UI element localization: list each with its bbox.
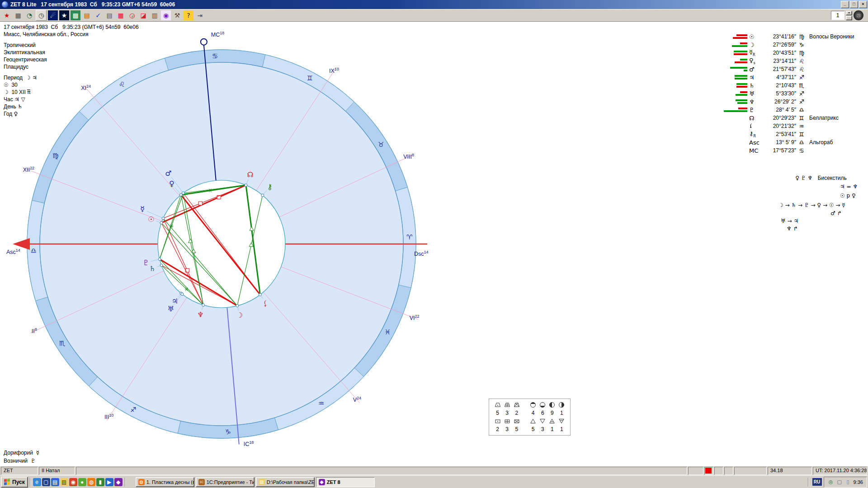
- tray-panel: ◎ ▢ ▯ 9:36: [824, 477, 867, 488]
- strength-bar: [735, 78, 747, 80]
- planet-glyph-node[interactable]: ☊: [247, 170, 253, 179]
- task-folder[interactable]: ▨D:\Рабочая папка\ZET 8: [256, 477, 315, 487]
- tray-monitor-icon[interactable]: ▢: [836, 479, 843, 485]
- planet-glyph-uranus[interactable]: ♅: [168, 305, 174, 313]
- period-glyphs: ☽ ♃: [26, 75, 37, 81]
- sky-view-icon[interactable]: ☄: [48, 10, 58, 20]
- planet-position: 26°29′ 2″: [762, 99, 796, 105]
- strength-bars: [721, 108, 747, 112]
- planet-row-node[interactable]: ☊20°29′23″♊Беллатрикс: [721, 114, 854, 122]
- zodiac-sign-glyph: ♍: [797, 33, 806, 40]
- zodiac-glyph-cancer: ♋: [212, 52, 218, 60]
- house-label-III: III10: [104, 413, 113, 420]
- planet-position: 13° 5′ 9″: [762, 139, 796, 145]
- notes-icon[interactable]: ▥: [150, 10, 160, 20]
- sphere-icon[interactable]: ◉: [161, 10, 171, 20]
- grid-count: 2: [496, 426, 499, 432]
- battery-icon[interactable]: ▮: [96, 478, 104, 486]
- hour-ruler-row: Час ♃ ▽: [4, 96, 139, 103]
- explorer-icon[interactable]: ▤: [51, 478, 59, 486]
- spin-down-button[interactable]: .: [846, 16, 852, 20]
- planet-glyph-saturn[interactable]: ♄: [149, 264, 156, 273]
- planet-row-chiron[interactable]: ⚷R 2°53′41″♊: [721, 130, 854, 138]
- planet-glyph-moon[interactable]: ☽: [236, 311, 243, 319]
- show-desktop-icon[interactable]: ▢: [42, 478, 50, 486]
- period-row: Период ☽ ♃: [4, 74, 139, 81]
- planet-row-neptune[interactable]: ♆26°29′ 2″♐: [721, 98, 854, 106]
- planet-row-mars[interactable]: ♂21°57′43″♌: [721, 65, 854, 73]
- start-button[interactable]: Пуск: [1, 477, 28, 488]
- folder-go-icon[interactable]: ▨: [60, 478, 68, 486]
- help-icon[interactable]: ?: [184, 10, 193, 20]
- wizard-icon[interactable]: ✓: [93, 10, 103, 20]
- task-firefox[interactable]: ◍1. Пластика десны (по...: [136, 477, 194, 487]
- strength-bar: [738, 108, 747, 109]
- edit-doc-icon[interactable]: ▤: [82, 10, 92, 20]
- trap-cross-icon: [504, 402, 510, 409]
- planet-glyph-sun[interactable]: ☉: [148, 215, 154, 224]
- database-icon[interactable]: ▦: [13, 10, 23, 20]
- planet-row-moon[interactable]: ☽27°26′59″♑: [721, 41, 854, 49]
- planet-glyph-neptune[interactable]: ♆: [197, 310, 203, 319]
- planet-row-pluto[interactable]: ♇28° 4′ 5″♎: [721, 106, 854, 114]
- planet-glyph-venus[interactable]: ♀: [169, 179, 175, 188]
- planet-glyph-mercury[interactable]: ☿: [140, 205, 145, 213]
- planet-row-saturn[interactable]: ♄ 2°10′43″♏: [721, 81, 854, 89]
- redraw-button[interactable]: ◳: [854, 10, 863, 20]
- document-icon[interactable]: ▤: [104, 10, 114, 20]
- planet-row-lilith[interactable]: 20°21′32″♒: [721, 122, 854, 130]
- star-map-icon[interactable]: ★: [59, 10, 69, 20]
- planet-row-mercury[interactable]: ☿R20°43′51″♍: [721, 49, 854, 57]
- planet-row-sun[interactable]: ☉23°41′16″♍Волосы Вероники: [721, 33, 854, 41]
- geo-map-icon[interactable]: ▩: [71, 10, 80, 20]
- stats-icon[interactable]: ◪: [138, 10, 148, 20]
- zodiac-sign-glyph: ♎: [797, 139, 806, 146]
- tools-icon[interactable]: ⚒: [172, 10, 182, 20]
- calendar-red-icon[interactable]: ▦: [116, 10, 126, 20]
- media-player-icon[interactable]: ▶: [105, 478, 113, 486]
- task-zet[interactable]: ◆ZET 8: [316, 477, 375, 487]
- planet-position: 27°26′59″: [762, 42, 796, 48]
- tri-up-line-icon: [549, 418, 555, 426]
- icq-icon[interactable]: ●: [78, 478, 86, 486]
- planet-glyph-pluto[interactable]: ♇: [143, 258, 149, 267]
- eye-icon[interactable]: ◉: [69, 478, 77, 486]
- planet-marker-lilith: [259, 293, 261, 296]
- planet-row-mc[interactable]: MC17°57′23″♋: [721, 146, 854, 155]
- ie-icon[interactable]: e: [33, 478, 41, 486]
- pluto-icon: ♇: [31, 458, 36, 464]
- planet-glyph-neptune: ♆: [749, 99, 762, 105]
- planet-row-jupiter[interactable]: ♃ 4°37′11″♐: [721, 73, 854, 81]
- planet-row-asc[interactable]: Asc13° 5′ 9″♎Альгораб: [721, 138, 854, 146]
- app-icon: [2, 1, 8, 8]
- zodiac-glyph-taurus: ♉: [378, 141, 384, 149]
- strength-bars: [721, 34, 747, 39]
- planet-row-uranus[interactable]: ♅ 5°33′30″♐: [721, 89, 854, 98]
- spin-up-button[interactable]: ●: [846, 11, 852, 15]
- planet-position: 2°53′41″: [762, 131, 796, 137]
- grid-count: 3: [541, 426, 544, 432]
- tray-green-icon[interactable]: ◎: [828, 479, 834, 485]
- setting-item-1: Эклиптикальная: [4, 49, 139, 56]
- chart-number-input[interactable]: [831, 11, 844, 20]
- planet-glyph-mars[interactable]: ♂: [165, 169, 171, 178]
- minimize-button[interactable]: _: [841, 1, 849, 8]
- config-planet-glyphs: ♀ ♇ ♆: [795, 175, 812, 181]
- firefox-icon[interactable]: ◍: [87, 478, 95, 486]
- close-button[interactable]: ×: [859, 1, 867, 8]
- language-indicator[interactable]: RU: [812, 478, 822, 486]
- planet-row-venus[interactable]: ♀s23°14′11″♌: [721, 57, 854, 65]
- task-1c[interactable]: 1С1С:Предприятие - Типо...: [196, 477, 255, 487]
- exit-icon[interactable]: ⇥: [195, 10, 205, 20]
- chart-clock-icon[interactable]: ◷: [36, 10, 47, 21]
- zodiac-sign-glyph: ♎: [797, 107, 806, 113]
- status-message: [76, 467, 687, 475]
- maximize-button[interactable]: □: [850, 1, 858, 8]
- clock-red-icon[interactable]: ◶: [127, 10, 137, 20]
- tray-document-icon[interactable]: ▯: [845, 479, 851, 485]
- zet-launch-icon[interactable]: ◆: [114, 478, 123, 486]
- time-clock-icon[interactable]: ◔: [24, 10, 34, 20]
- events-icon[interactable]: ★: [2, 10, 12, 20]
- planet-glyph-chiron[interactable]: ⚷: [267, 183, 273, 191]
- strength-bar: [736, 34, 747, 36]
